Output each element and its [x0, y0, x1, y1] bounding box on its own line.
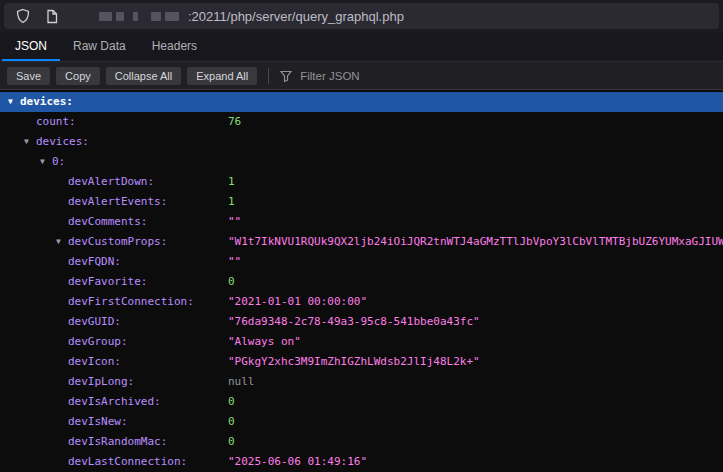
- twisty-expanded-icon[interactable]: ▼: [56, 232, 68, 252]
- json-key: devGUID:: [68, 312, 121, 332]
- expand-all-button[interactable]: Expand All: [187, 67, 257, 85]
- json-key: devFavorite:: [68, 272, 147, 292]
- json-key: devices:: [36, 132, 89, 152]
- json-key: devIcon:: [68, 352, 121, 372]
- redacted-host: [99, 12, 179, 21]
- json-row[interactable]: ▼count:76: [0, 112, 723, 132]
- json-row[interactable]: ▼devices:: [0, 132, 723, 152]
- json-value: 1: [228, 172, 723, 192]
- json-row[interactable]: ▼devIsArchived:0: [0, 392, 723, 412]
- browser-window: :20211/php/server/query_graphql.php JSON…: [0, 0, 723, 472]
- json-row[interactable]: ▼devAlertEvents:1: [0, 192, 723, 212]
- json-value: null: [228, 372, 723, 392]
- json-key: devIpLong:: [68, 372, 134, 392]
- json-value: "2025-06-06 01:49:16": [228, 452, 723, 472]
- json-row[interactable]: ▼devFQDN:"": [0, 252, 723, 272]
- json-key: devAlertDown:: [68, 172, 154, 192]
- tab-headers[interactable]: Headers: [139, 32, 210, 61]
- json-key: devFQDN:: [68, 252, 121, 272]
- json-value: "2021-01-01 00:00:00": [228, 292, 723, 312]
- filter-funnel-icon: [280, 70, 292, 82]
- json-key: devIsNew:: [68, 412, 128, 432]
- json-key: devComments:: [68, 212, 147, 232]
- json-value: 0: [228, 412, 723, 432]
- json-key: devIsArchived:: [68, 392, 161, 412]
- json-row[interactable]: ▼devIcon:"PGkgY2xhc3M9ImZhIGZhLWdsb2JlIj…: [0, 352, 723, 372]
- json-key: devIsRandomMac:: [68, 432, 167, 452]
- tab-raw-data[interactable]: Raw Data: [60, 32, 139, 61]
- json-row[interactable]: ▼devices:: [0, 92, 723, 112]
- json-key: devAlertEvents:: [68, 192, 167, 212]
- json-value: "PGkgY2xhc3M9ImZhIGZhLWdsb2JlIj48L2k+": [228, 352, 723, 372]
- filter-container: [280, 69, 442, 83]
- json-value: 0: [228, 272, 723, 292]
- toolbar-divider: [268, 68, 269, 84]
- json-row[interactable]: ▼devFavorite:0: [0, 272, 723, 292]
- json-value: 0: [228, 392, 723, 412]
- collapse-all-button[interactable]: Collapse All: [106, 67, 181, 85]
- save-button[interactable]: Save: [7, 67, 50, 85]
- json-row[interactable]: ▼devIsNew:0: [0, 412, 723, 432]
- json-row[interactable]: ▼devAlertDown:1: [0, 172, 723, 192]
- filter-json-input[interactable]: [298, 69, 442, 83]
- json-value: "": [228, 212, 723, 232]
- json-row[interactable]: ▼0:: [0, 152, 723, 172]
- twisty-expanded-icon[interactable]: ▼: [40, 152, 52, 172]
- twisty-expanded-icon[interactable]: ▼: [24, 132, 36, 152]
- copy-button[interactable]: Copy: [56, 67, 100, 85]
- tab-json[interactable]: JSON: [2, 32, 60, 61]
- json-key: devLastConnection:: [68, 452, 187, 472]
- json-row[interactable]: ▼devGUID:"76da9348-2c78-49a3-95c8-541bbe…: [0, 312, 723, 332]
- jsonviewer-tab-bar: JSON Raw Data Headers: [0, 32, 723, 62]
- json-key: 0:: [52, 152, 65, 172]
- page-info-icon[interactable]: [42, 6, 62, 26]
- json-tree: ▼devices:▼count:76▼devices:▼0:▼devAlertD…: [0, 90, 723, 472]
- json-key: devFirstConnection:: [68, 292, 194, 312]
- json-value: 1: [228, 192, 723, 212]
- json-key: devCustomProps:: [68, 232, 167, 252]
- twisty-expanded-icon[interactable]: ▼: [8, 92, 20, 112]
- json-value: "": [228, 252, 723, 272]
- json-key: devices:: [20, 92, 73, 112]
- jsonviewer-toolbar: Save Copy Collapse All Expand All: [0, 62, 723, 90]
- json-row[interactable]: ▼devComments:"": [0, 212, 723, 232]
- json-value: "W1t7IkNVU1RQUk9QX2ljb24iOiJQR2tnWTJ4aGM…: [228, 232, 723, 252]
- json-key: count:: [36, 112, 76, 132]
- json-value: 76: [228, 112, 723, 132]
- json-value: "76da9348-2c78-49a3-95c8-541bbe0a43fc": [228, 312, 723, 332]
- shield-icon[interactable]: [13, 6, 33, 26]
- browser-toolbar: :20211/php/server/query_graphql.php: [0, 0, 723, 32]
- json-row[interactable]: ▼devFirstConnection:"2021-01-01 00:00:00…: [0, 292, 723, 312]
- json-row[interactable]: ▼devIpLong:null: [0, 372, 723, 392]
- json-row[interactable]: ▼devIsRandomMac:0: [0, 432, 723, 452]
- json-row[interactable]: ▼devCustomProps:"W1t7IkNVU1RQUk9QX2ljb24…: [0, 232, 723, 252]
- url-text[interactable]: :20211/php/server/query_graphql.php: [188, 9, 404, 24]
- url-bar[interactable]: :20211/php/server/query_graphql.php: [4, 3, 719, 29]
- json-row[interactable]: ▼devLastConnection:"2025-06-06 01:49:16": [0, 452, 723, 472]
- json-value: "Always on": [228, 332, 723, 352]
- json-key: devGroup:: [68, 332, 128, 352]
- json-value: 0: [228, 432, 723, 452]
- json-row[interactable]: ▼devGroup:"Always on": [0, 332, 723, 352]
